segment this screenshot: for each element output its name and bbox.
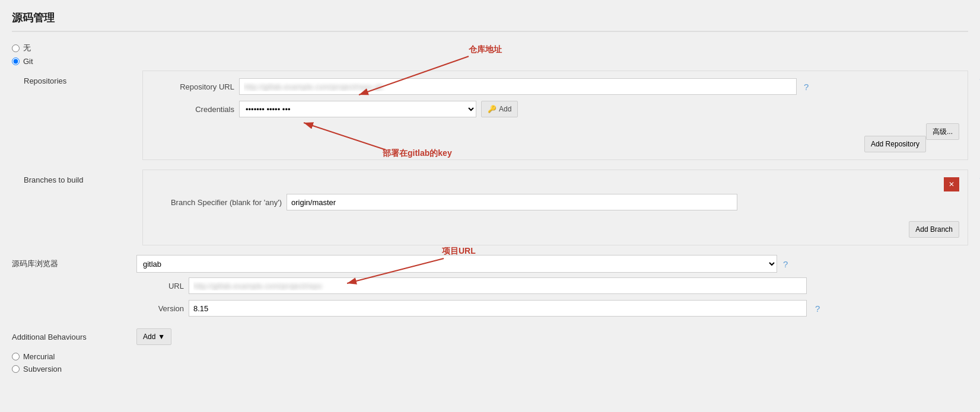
branch-specifier-label: Branch Specifier (blank for 'any')	[151, 198, 282, 207]
add-repository-button[interactable]: Add Repository	[864, 136, 926, 152]
key-icon: 🔑	[488, 105, 497, 113]
repo-url-row: Repository URL ?	[151, 78, 959, 95]
page-title: 源码管理	[12, 11, 968, 32]
radio-none-label[interactable]: 无	[23, 43, 31, 53]
browser-version-input[interactable]	[189, 300, 807, 317]
radio-git-group: Git	[12, 57, 968, 66]
branch-specifier-input[interactable]	[287, 194, 737, 210]
branches-label: Branches to build	[24, 170, 142, 184]
repo-url-help-icon[interactable]: ?	[804, 82, 809, 92]
radio-mercurial-group: Mercurial	[12, 352, 968, 361]
add-behaviours-arrow: ▼	[158, 333, 165, 341]
credentials-row: Credentials ••••••• ••••• ••• 🔑 Add	[151, 101, 959, 117]
repo-url-input[interactable]	[239, 78, 797, 95]
radio-none[interactable]	[12, 44, 20, 52]
browser-url-row: URL	[136, 277, 968, 294]
advanced-button[interactable]: 高级...	[926, 123, 959, 140]
branches-block: ✕ Branch Specifier (blank for 'any') Add…	[142, 170, 968, 245]
browser-url-input[interactable]	[189, 277, 807, 294]
credentials-select[interactable]: ••••••• ••••• •••	[239, 101, 476, 117]
page-container: 源码管理 无 Git Repositories Repository URL	[0, 0, 980, 412]
credentials-label: Credentials	[151, 105, 234, 114]
repo-buttons-area: 高级... Add Repository	[151, 123, 959, 132]
browser-version-label: Version	[136, 304, 184, 313]
add-key-button[interactable]: 🔑 Add	[481, 101, 518, 117]
additional-behaviours-label: Additional Behaviours	[12, 333, 131, 341]
branches-section: Branches to build ✕ Branch Specifier (bl…	[24, 170, 968, 245]
add-behaviours-label: Add	[143, 333, 155, 341]
repo-url-label: Repository URL	[151, 82, 234, 91]
radio-none-group: 无	[12, 43, 968, 53]
radio-subversion[interactable]	[12, 365, 20, 373]
remove-branch-row: ✕	[151, 177, 959, 191]
add-key-label: Add	[499, 105, 511, 113]
source-browser-outer-label: 源码库浏览器	[12, 255, 131, 269]
source-browser-section: 源码库浏览器 gitlab ? URL Version	[12, 255, 968, 322]
radio-subversion-group: Subversion	[12, 365, 968, 373]
remove-branch-button[interactable]: ✕	[944, 177, 959, 191]
add-branch-button[interactable]: Add Branch	[909, 221, 959, 238]
add-behaviours-button[interactable]: Add ▼	[136, 328, 171, 345]
branch-specifier-row: Branch Specifier (blank for 'any')	[151, 194, 959, 210]
page-wrapper: 源码管理 无 Git Repositories Repository URL	[0, 0, 980, 412]
additional-behaviours-section: Additional Behaviours Add ▼	[12, 328, 968, 345]
radio-git[interactable]	[12, 58, 20, 65]
browser-version-row: Version ?	[136, 300, 968, 317]
source-browser-help-icon[interactable]: ?	[783, 259, 788, 269]
source-browser-content: gitlab ? URL Version ?	[136, 255, 968, 322]
radio-mercurial[interactable]	[12, 353, 20, 360]
browser-url-label: URL	[136, 282, 184, 290]
radio-subversion-label[interactable]: Subversion	[23, 365, 62, 373]
repositories-block: Repository URL ? Credentials ••••••• •••…	[142, 71, 968, 160]
radio-mercurial-label[interactable]: Mercurial	[23, 352, 55, 361]
source-browser-select[interactable]: gitlab	[136, 255, 777, 273]
repositories-label: Repositories	[24, 71, 142, 85]
repositories-section: Repositories Repository URL ? Credential…	[24, 71, 968, 160]
radio-git-label[interactable]: Git	[23, 57, 33, 66]
browser-version-help-icon[interactable]: ?	[815, 304, 820, 314]
